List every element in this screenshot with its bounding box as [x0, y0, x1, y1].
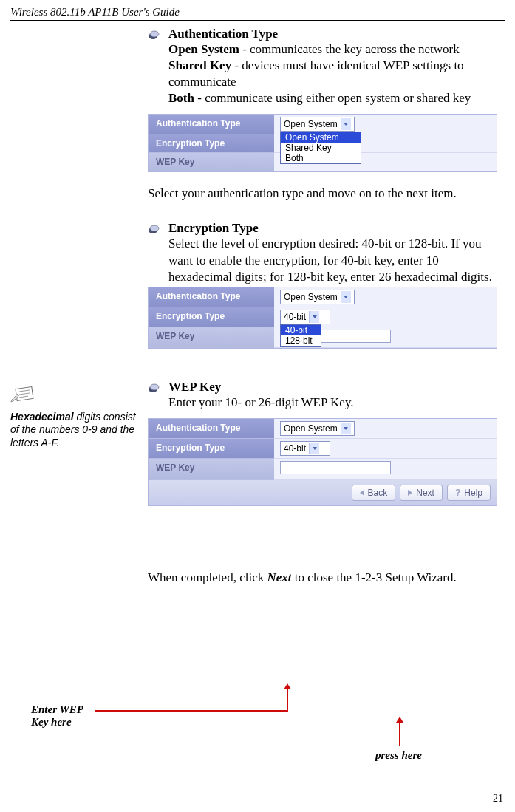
shot2-label-auth: Authentication Type: [149, 287, 274, 307]
wizard-button-row: Back Next ?Help: [149, 480, 497, 505]
screenshot-auth: Authentication Type Open System Open Sys…: [148, 114, 497, 172]
screenshot-wep: Authentication Type Open System Encrypti…: [148, 418, 497, 506]
screenshot-enc: Authentication Type Open System Encrypti…: [148, 287, 497, 349]
back-label: Back: [368, 488, 388, 498]
callout-press-here: press here: [375, 749, 422, 762]
select-enc-type-3[interactable]: 40-bit: [280, 441, 330, 456]
sidenote-bold: Hexadecimal: [10, 411, 74, 423]
select-enc-value: 40-bit: [284, 312, 306, 322]
shot2-label-wep: WEP Key: [149, 327, 274, 348]
help-button[interactable]: ?Help: [447, 485, 491, 501]
chevron-down-icon: [341, 423, 351, 434]
help-label: Help: [464, 488, 482, 498]
doc-header: Wireless 802.11b AP11B User's Guide: [0, 0, 515, 20]
bullet-icon: [148, 382, 161, 394]
option-128bit[interactable]: 128-bit: [281, 335, 321, 346]
desc-open-system: - communicates the key across the networ…: [239, 42, 460, 56]
desc-enc-type: Select the level of encryption desired: …: [168, 236, 497, 284]
section-auth-type: Authentication Type Open System - commun…: [148, 27, 497, 106]
shot3-label-wep: WEP Key: [149, 459, 274, 480]
section-enc-type: Encryption Type Select the level of encr…: [148, 221, 497, 284]
label-shared-key: Shared Key: [168, 58, 231, 72]
arrow-line: [95, 710, 288, 712]
heading-enc-type: Encryption Type: [168, 221, 497, 236]
dropdown-enc-options[interactable]: 40-bit 128-bit: [280, 324, 321, 347]
next-button[interactable]: Next: [400, 485, 443, 501]
chevron-down-icon: [309, 311, 319, 323]
back-button[interactable]: Back: [352, 485, 396, 501]
heading-auth-type: Authentication Type: [168, 27, 497, 41]
chevron-down-icon: [341, 118, 351, 130]
question-icon: ?: [455, 488, 460, 498]
svg-point-9: [150, 384, 159, 390]
closing-pre: When completed, click: [148, 570, 267, 584]
select-auth-value: Open System: [284, 119, 338, 129]
option-both[interactable]: Both: [281, 153, 361, 163]
section-wep-key: WEP Key Enter your 10- or 26-digit WEP K…: [148, 380, 497, 411]
desc-wep-key: Enter your 10- or 26-digit WEP Key.: [168, 395, 497, 411]
shot1-label-wep: WEP Key: [149, 153, 274, 171]
label-both: Both: [168, 91, 194, 105]
chevron-down-icon: [309, 443, 319, 454]
shot1-label-auth: Authentication Type: [149, 115, 274, 134]
svg-point-1: [150, 31, 159, 37]
chevron-down-icon: [341, 291, 351, 303]
content-area: Authentication Type Open System - commun…: [0, 27, 515, 586]
triangle-left-icon: [360, 490, 364, 496]
select-auth-value-2: Open System: [284, 292, 338, 302]
shot2-label-enc: Encryption Type: [149, 307, 274, 327]
arrow-up-icon: [284, 683, 291, 689]
sidenote-hexadecimal: Hexadecimal digits consist of the number…: [10, 385, 143, 449]
shot3-label-auth: Authentication Type: [149, 419, 274, 439]
wep-key-input[interactable]: [280, 461, 391, 474]
select-auth-type-3[interactable]: Open System: [280, 421, 355, 436]
callout-enter-wep-l1: Enter WEP: [31, 703, 83, 716]
select-enc-type[interactable]: 40-bit: [280, 310, 330, 324]
option-shared-key[interactable]: Shared Key: [281, 143, 361, 153]
select-auth-type[interactable]: Open System: [280, 117, 355, 132]
desc-both: - communicate using either open system o…: [194, 91, 471, 105]
shot1-label-enc: Encryption Type: [149, 134, 274, 153]
svg-point-7: [150, 225, 159, 231]
callout-enter-wep-l2: Key here: [31, 716, 83, 729]
bullet-icon: [148, 29, 161, 41]
closing-next: Next: [267, 570, 291, 584]
label-open-system: Open System: [168, 42, 239, 56]
arrow-line: [287, 688, 288, 712]
callout-enter-wep: Enter WEP Key here: [31, 703, 83, 729]
select-enc-value-3: 40-bit: [284, 443, 306, 454]
next-label: Next: [416, 488, 434, 498]
triangle-right-icon: [408, 490, 412, 496]
text-select-auth: Select your authentication type and move…: [148, 185, 497, 202]
page-number: 21: [0, 791, 515, 805]
select-auth-value-3: Open System: [284, 423, 338, 434]
option-open-system[interactable]: Open System: [281, 132, 361, 143]
header-rule: [10, 20, 505, 21]
note-icon: [10, 385, 143, 408]
dropdown-auth-options[interactable]: Open System Shared Key Both: [280, 132, 361, 164]
arrow-line: [399, 721, 400, 746]
arrow-up-icon: [396, 717, 403, 723]
shot3-label-enc: Encryption Type: [149, 439, 274, 459]
closing-post: to close the 1-2-3 Setup Wizard.: [291, 570, 456, 584]
select-auth-type-2[interactable]: Open System: [280, 290, 355, 304]
option-40bit[interactable]: 40-bit: [281, 325, 321, 335]
closing-text: When completed, click Next to close the …: [148, 570, 497, 586]
heading-wep-key: WEP Key: [168, 380, 497, 395]
bullet-icon: [148, 223, 161, 235]
